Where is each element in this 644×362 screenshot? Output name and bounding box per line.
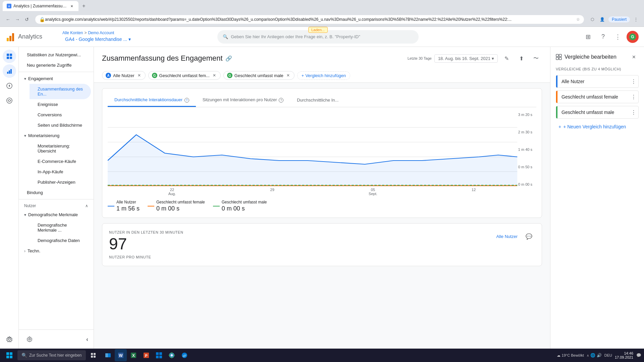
sidebar-item-statistiken[interactable]: Statistiken zur Nutzergewi... (19, 50, 91, 60)
more-button[interactable]: ⋮ (612, 31, 624, 43)
legend-label-alle: Alle Nutzer (116, 200, 136, 204)
sidebar-section-nutzer[interactable]: Nutzer ∧ (19, 201, 94, 209)
svg-rect-27 (6, 352, 9, 355)
realtime-comment-button[interactable]: 💬 (523, 230, 535, 242)
search-bar[interactable]: 🔍 Geben Sie hier Ihr Anliegen oder Ihre … (217, 30, 419, 44)
apps-button[interactable]: ⊞ (582, 31, 594, 43)
date-range-picker[interactable]: 18. Aug. bis 16. Sept. 2021 ▾ (434, 54, 498, 63)
chip-icon-g1: G (152, 73, 157, 78)
sidebar-item-demografisch-daten[interactable]: Demografische Daten (30, 235, 91, 246)
taskbar-app-edge[interactable] (178, 349, 191, 361)
sidebar-collapse-button[interactable]: ‹ (86, 336, 88, 343)
share-button[interactable]: ⬆ (515, 52, 527, 64)
sidebar-item-zugriffe[interactable]: Neu generierte Zugriffe (19, 60, 91, 70)
analytics-logo-icon (5, 32, 15, 42)
menu-button[interactable]: ⋮ (632, 15, 640, 23)
comparison-tabs: A Alle Nutzer ✕ G Geschlecht umfasst fem… (102, 68, 542, 82)
sidebar-item-ecommerce[interactable]: E-Commerce-Käufe (30, 156, 91, 167)
browser-tab[interactable]: A Analytics | Zusammenfassung de... ✕ (3, 1, 78, 11)
chip-remove-alle[interactable]: ✕ (137, 73, 142, 78)
realtime-info: NUTZER IN DEN LETZTEN 30 MINUTEN 97 NUTZ… (109, 230, 183, 259)
comp-chip-female[interactable]: G Geschlecht umfasst fem... ✕ (148, 71, 221, 80)
taskbar-app-windows[interactable] (153, 349, 165, 361)
chart-tab-andere[interactable]: Durchschnittliche In... (290, 94, 345, 107)
chip-remove-female[interactable]: ✕ (212, 73, 217, 78)
sidebar-group-demografisch[interactable]: ▾ Demografische Merkmale (19, 209, 94, 220)
property-selector[interactable]: GA4 - Google Merchandise ... ▾ (62, 35, 133, 43)
sidebar-icon-reports[interactable] (3, 64, 16, 78)
legend-line-green (213, 206, 220, 206)
address-bar[interactable]: 🔒 analytics.google.com/analytics/web/#/p… (35, 15, 584, 24)
profile-status-badge[interactable]: Pausiert (608, 16, 630, 22)
sidebar-item-seiten[interactable]: Seiten und Bildschirme (30, 120, 91, 130)
reload-button[interactable]: ↺ (23, 15, 31, 23)
help-icon-1[interactable]: ? (279, 98, 283, 103)
breadcrumb-all-accounts[interactable]: Alle Konten (62, 31, 83, 35)
taskbar-search[interactable]: 🔍 Zur Suche Text hier eingeben (17, 350, 86, 360)
taskbar-app-taskview[interactable] (87, 349, 99, 361)
sidebar-nav-items: Statistiken zur Nutzergewi... Neu generi… (19, 47, 94, 329)
sidebar-item-inapp[interactable]: In-App-Käufe (30, 167, 91, 177)
sidebar-item-monetarisierung-overview[interactable]: Monetarisierung: Übersicht (30, 141, 91, 156)
new-tab-button[interactable]: + (80, 2, 88, 10)
taskbar-clock[interactable]: 14:46 17.09.2021 (615, 351, 633, 359)
sparkline-button[interactable]: 〜 (530, 52, 542, 64)
sidebar-icon-settings[interactable] (3, 333, 16, 346)
sidebar-icon-explore[interactable] (3, 79, 16, 93)
sidebar-group-engagement[interactable]: ▾ Engagement (19, 73, 94, 84)
add-comparison-button[interactable]: + Vergleich hinzufügen (297, 71, 350, 80)
panel-comparison-menu-female[interactable]: ⋮ (629, 94, 638, 100)
taskbar-notification-icon[interactable]: 💬 (636, 353, 641, 358)
sidebar-group-techn-label: Techn. (28, 248, 40, 253)
sidebar-group-monetarisierung[interactable]: ▾ Monetarisierung (19, 130, 94, 141)
comp-chip-male[interactable]: G Geschlecht umfasst male ✕ (223, 71, 294, 80)
realtime-link[interactable]: Alle Nutzer (496, 234, 518, 239)
sidebar-group-techn[interactable]: › Techn. (19, 246, 94, 256)
panel-close-button[interactable]: ✕ (629, 52, 639, 62)
panel-comparison-menu-alle[interactable]: ⋮ (629, 78, 638, 85)
chart-tab-sitzungen[interactable]: Sitzungen mit Interaktionen pro Nutzer ? (196, 94, 290, 107)
taskbar-volume-icon[interactable]: 🔊 (597, 353, 602, 358)
panel-comparison-content-male: Geschlecht umfasst male (557, 106, 629, 118)
taskbar-time: 14:46 (624, 351, 633, 355)
chip-remove-male[interactable]: ✕ (285, 73, 291, 78)
taskbar-app-word[interactable]: W (115, 349, 127, 361)
browser-controls: ← → ↺ (4, 15, 31, 23)
chart-tab-interaktionsdauer[interactable]: Durchschnittliche Interaktionsdauer ? (108, 94, 196, 107)
add-comparison-panel-button[interactable]: + + Neuen Vergleich hinzufügen (556, 121, 639, 132)
taskbar-app-powerpoint[interactable]: P (140, 349, 152, 361)
chevron-down-icon: ▾ (24, 76, 26, 81)
legend-alle-nutzer: Alle Nutzer 1 m 56 s (108, 200, 140, 212)
extensions-button[interactable]: ⬡ (588, 15, 596, 23)
sidebar-item-publisher[interactable]: Publisher-Anzeigen (30, 177, 91, 187)
sidebar-item-conversions[interactable]: Conversions (30, 110, 91, 120)
sidebar-item-bindung[interactable]: Bindung (19, 187, 91, 198)
taskbar-chevron-icon[interactable]: ∧ (587, 354, 589, 357)
edit-button[interactable]: ✎ (500, 52, 513, 64)
right-panel: Vergleiche bearbeiten ✕ VERGLEICHE (BIS … (550, 47, 644, 349)
forward-button[interactable]: → (13, 15, 21, 23)
taskbar-app-chrome[interactable] (166, 349, 178, 361)
help-button[interactable]: ? (597, 31, 609, 43)
sidebar-item-ereignisse[interactable]: Ereignisse (30, 99, 91, 110)
profile-button[interactable]: 👤 (598, 15, 606, 23)
back-button[interactable]: ← (4, 15, 12, 23)
taskbar-app-explorer[interactable] (102, 349, 114, 361)
sidebar-icon-advertising[interactable] (3, 94, 16, 107)
bookmark-icon[interactable]: ☆ (576, 17, 580, 22)
panel-comparison-menu-male[interactable]: ⋮ (629, 109, 638, 116)
sidebar-item-zusammenfassung[interactable]: Zusammenfassung des En... (30, 84, 91, 99)
tab-close-button[interactable]: ✕ (69, 3, 74, 9)
sidebar-icon-home[interactable] (3, 50, 16, 63)
comp-chip-alle-nutzer[interactable]: A Alle Nutzer ✕ (102, 71, 146, 80)
y-label-4: 0 m 00 s (518, 182, 532, 186)
sidebar-item-demografisch-merkmale[interactable]: Demografische Merkmale ... (30, 220, 91, 235)
settings-button[interactable] (24, 334, 35, 345)
lock-icon: 🔒 (39, 17, 45, 22)
help-icon-0[interactable]: ? (184, 98, 189, 103)
taskbar-start-button[interactable] (3, 349, 16, 361)
user-avatar[interactable]: G (627, 31, 639, 43)
breadcrumb-account[interactable]: Demo Account (88, 31, 114, 35)
taskbar-app-excel[interactable]: X (127, 349, 140, 361)
svg-rect-25 (556, 57, 558, 60)
